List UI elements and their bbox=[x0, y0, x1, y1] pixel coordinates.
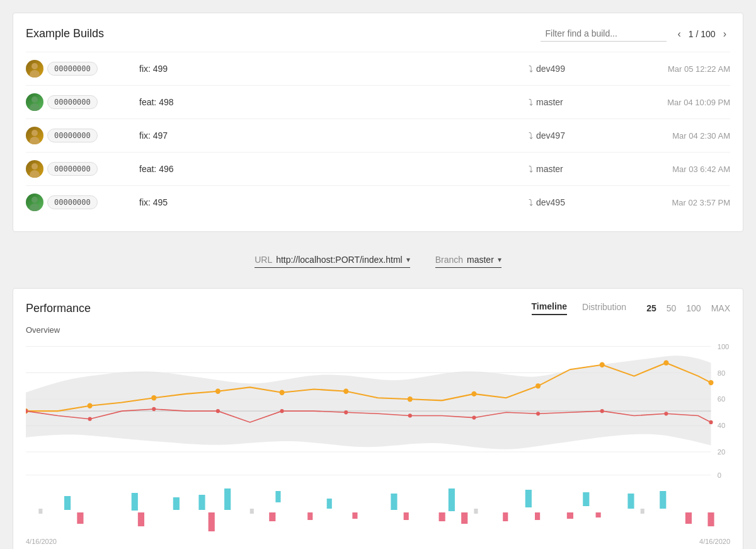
performance-header: Performance Timeline Distribution 25 50 … bbox=[26, 301, 730, 315]
build-avatar-hash-5: 00000000 bbox=[26, 194, 139, 211]
svg-point-35 bbox=[408, 413, 412, 417]
hash-badge: 00000000 bbox=[47, 195, 98, 209]
svg-rect-73 bbox=[685, 512, 692, 524]
build-branch: ⤵ master bbox=[529, 164, 629, 174]
svg-rect-48 bbox=[132, 493, 138, 511]
branch-icon: ⤵ bbox=[529, 64, 533, 74]
svg-text:80: 80 bbox=[718, 369, 725, 376]
build-branch: ⤵ dev499 bbox=[529, 64, 629, 74]
pagination-next-button[interactable]: › bbox=[719, 27, 730, 41]
tab-distribution[interactable]: Distribution bbox=[582, 302, 626, 315]
svg-rect-65 bbox=[352, 512, 357, 519]
build-date: Mar 03 6:42 AM bbox=[629, 165, 730, 174]
branch-name: master bbox=[536, 164, 563, 174]
svg-point-25 bbox=[536, 383, 541, 388]
build-date: Mar 05 12:22 AM bbox=[629, 64, 730, 74]
svg-point-19 bbox=[151, 395, 156, 400]
svg-rect-69 bbox=[503, 512, 508, 521]
build-date: Mar 02 3:57 PM bbox=[629, 198, 730, 207]
svg-point-20 bbox=[215, 389, 220, 394]
svg-text:100: 100 bbox=[718, 343, 730, 350]
hash-badge: 00000000 bbox=[47, 95, 98, 109]
svg-text:20: 20 bbox=[718, 448, 725, 456]
pagination: ‹ 1 / 100 › bbox=[674, 27, 730, 41]
branch-selector-value: master bbox=[467, 255, 494, 265]
page-container: Example Builds ‹ 1 / 100 › bbox=[13, 13, 743, 549]
svg-point-18 bbox=[88, 403, 93, 408]
builds-title: Example Builds bbox=[26, 27, 104, 40]
build-message: feat: 498 bbox=[139, 97, 529, 107]
svg-point-0 bbox=[32, 63, 38, 69]
branch-icon: ⤵ bbox=[529, 130, 533, 141]
svg-point-6 bbox=[32, 163, 38, 170]
table-row[interactable]: 00000000 fix: 499 ⤵ dev499 Mar 05 12:22 … bbox=[26, 52, 730, 85]
branch-selector[interactable]: Branch master ▾ bbox=[435, 255, 501, 268]
svg-rect-50 bbox=[198, 495, 205, 510]
bar-chart-container bbox=[26, 483, 730, 534]
pagination-prev-button[interactable]: ‹ bbox=[674, 27, 685, 41]
svg-rect-61 bbox=[138, 512, 144, 526]
hash-badge: 00000000 bbox=[47, 62, 98, 76]
svg-point-31 bbox=[152, 407, 156, 411]
svg-rect-72 bbox=[596, 512, 601, 517]
builds-filter-area: ‹ 1 / 100 › bbox=[541, 26, 730, 42]
svg-rect-56 bbox=[525, 490, 532, 507]
branch-name: dev499 bbox=[536, 64, 565, 74]
svg-point-5 bbox=[30, 137, 40, 144]
branch-name: dev497 bbox=[536, 130, 565, 141]
svg-point-23 bbox=[408, 396, 413, 402]
svg-rect-60 bbox=[77, 512, 83, 524]
svg-rect-70 bbox=[535, 512, 540, 520]
build-branch: ⤵ master bbox=[529, 97, 629, 107]
avatar-img bbox=[26, 194, 43, 211]
svg-point-9 bbox=[30, 204, 40, 211]
branch-selector-label: Branch bbox=[435, 255, 463, 265]
url-selector-label: URL bbox=[255, 255, 272, 265]
svg-rect-59 bbox=[660, 491, 666, 509]
svg-text:0: 0 bbox=[718, 471, 721, 478]
svg-point-8 bbox=[32, 197, 38, 203]
avatar bbox=[26, 93, 43, 111]
branch-icon: ⤵ bbox=[529, 164, 533, 174]
build-message: fix: 497 bbox=[139, 130, 529, 141]
svg-point-39 bbox=[664, 412, 668, 415]
svg-rect-57 bbox=[583, 492, 589, 506]
svg-text:60: 60 bbox=[718, 395, 725, 403]
filter-input[interactable] bbox=[541, 26, 667, 42]
svg-point-28 bbox=[708, 380, 713, 385]
table-row[interactable]: 00000000 fix: 497 ⤵ dev497 Mar 04 2:30 A… bbox=[26, 118, 730, 152]
perf-num-50[interactable]: 50 bbox=[667, 303, 677, 313]
build-branch: ⤵ dev497 bbox=[529, 130, 629, 141]
perf-num-100[interactable]: 100 bbox=[686, 303, 701, 313]
svg-rect-75 bbox=[38, 509, 42, 514]
table-row[interactable]: 00000000 feat: 496 ⤵ master Mar 03 6:42 … bbox=[26, 152, 730, 185]
svg-point-37 bbox=[536, 412, 540, 415]
build-branch: ⤵ dev495 bbox=[529, 197, 629, 207]
date-labels: 4/16/2020 4/16/2020 bbox=[26, 538, 730, 545]
build-avatar-hash-1: 00000000 bbox=[26, 60, 139, 78]
table-row[interactable]: 00000000 fix: 495 ⤵ dev495 Mar 02 3:57 P… bbox=[26, 185, 730, 219]
line-chart-container: 100 80 60 40 20 0 bbox=[26, 340, 730, 478]
svg-rect-58 bbox=[627, 494, 634, 509]
tab-timeline[interactable]: Timeline bbox=[532, 301, 568, 315]
builds-list: 00000000 fix: 499 ⤵ dev499 Mar 05 12:22 … bbox=[26, 52, 730, 219]
branch-icon: ⤵ bbox=[529, 197, 533, 207]
svg-point-27 bbox=[663, 360, 668, 365]
svg-rect-64 bbox=[307, 512, 312, 520]
svg-rect-53 bbox=[327, 499, 332, 509]
svg-rect-52 bbox=[275, 491, 280, 502]
table-row[interactable]: 00000000 feat: 498 ⤵ master Mar 04 10:09… bbox=[26, 85, 730, 118]
perf-num-max[interactable]: MAX bbox=[711, 303, 730, 313]
svg-point-1 bbox=[30, 70, 40, 78]
svg-rect-49 bbox=[173, 497, 180, 510]
perf-num-25[interactable]: 25 bbox=[646, 303, 656, 313]
svg-rect-55 bbox=[449, 488, 455, 511]
url-selector[interactable]: URL http://localhost:PORT/index.html ▾ bbox=[255, 255, 410, 268]
performance-section: Performance Timeline Distribution 25 50 … bbox=[13, 288, 743, 549]
hash-badge: 00000000 bbox=[47, 162, 98, 176]
url-selector-value: http://localhost:PORT/index.html bbox=[276, 255, 403, 265]
svg-point-32 bbox=[216, 409, 220, 413]
performance-title: Performance bbox=[26, 302, 91, 315]
avatar bbox=[26, 160, 43, 178]
build-avatar-hash-2: 00000000 bbox=[26, 93, 139, 111]
